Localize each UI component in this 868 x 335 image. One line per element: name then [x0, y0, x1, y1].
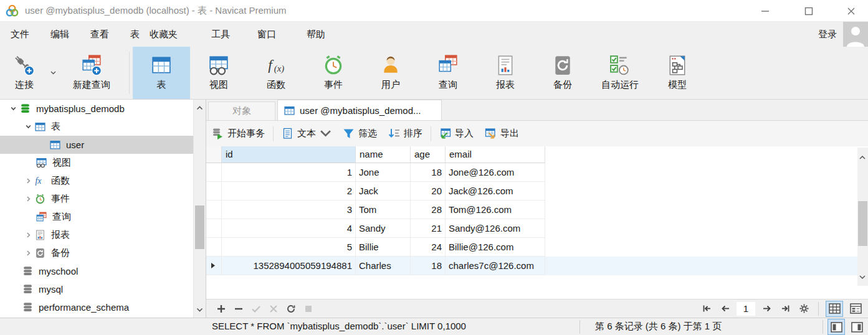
row-selector[interactable] [206, 163, 222, 182]
text-mode-button[interactable]: 文本 [276, 121, 337, 146]
login-button[interactable]: 登录 [812, 22, 843, 47]
tables-button[interactable]: 表 [133, 47, 190, 99]
cell-name[interactable]: Tom [356, 201, 411, 219]
tab-user-table[interactable]: user @mybatisplus_demod... [277, 100, 442, 120]
scroll-down-icon[interactable] [859, 271, 866, 282]
sidebar-scrollbar[interactable] [193, 100, 206, 318]
column-header-name[interactable]: name [356, 146, 411, 163]
sidebar-item-functions[interactable]: fx 函数 [0, 172, 193, 190]
cell-id[interactable]: 2 [222, 182, 356, 201]
cell-id[interactable]: 1352894005059194881 [222, 257, 356, 275]
table-row[interactable]: 5 Billie 24 Billie@126.com [206, 238, 868, 257]
refresh-button[interactable] [282, 301, 300, 316]
filter-button[interactable]: 筛选 [337, 121, 383, 146]
import-button[interactable]: 导入 [434, 121, 479, 146]
cell-name[interactable]: Charles [356, 257, 411, 275]
table-row[interactable]: 2 Jack 20 Jack@126.com [206, 182, 868, 201]
cell-name[interactable]: Sandy [356, 219, 411, 238]
toggle-information-pane-button[interactable] [848, 319, 866, 335]
scrollbar-thumb[interactable] [195, 205, 204, 249]
maximize-button[interactable] [799, 5, 818, 17]
column-header-email[interactable]: email [446, 146, 545, 163]
previous-page-button[interactable] [718, 301, 733, 316]
chevron-right-icon[interactable] [21, 177, 35, 184]
cell-id[interactable]: 4 [222, 219, 356, 238]
cell-age[interactable]: 24 [411, 238, 446, 257]
row-selector[interactable] [206, 219, 222, 238]
menu-table[interactable]: 表 [120, 22, 145, 47]
next-page-button[interactable] [759, 301, 774, 316]
cell-age[interactable]: 18 [411, 163, 446, 182]
sidebar-item-reports[interactable]: 报表 [0, 226, 193, 244]
menu-window[interactable]: 窗口 [247, 22, 287, 47]
sidebar-item-mybatisplus-demodb[interactable]: mybatisplus_demodb [0, 100, 193, 118]
chevron-down-icon[interactable] [6, 105, 20, 112]
menu-tools[interactable]: 工具 [201, 22, 241, 47]
toggle-navigation-pane-button[interactable] [827, 319, 845, 335]
last-page-button[interactable] [778, 301, 793, 316]
menu-view[interactable]: 查看 [80, 22, 120, 47]
cell-age[interactable]: 28 [411, 201, 446, 219]
sidebar-item-user[interactable]: user [0, 136, 193, 154]
row-selector[interactable] [206, 182, 222, 201]
export-button[interactable]: 导出 [479, 121, 525, 146]
row-selector-header[interactable] [206, 146, 222, 163]
cell-id[interactable]: 3 [222, 201, 356, 219]
sidebar-item-queries[interactable]: 查询 [0, 208, 193, 226]
table-row[interactable]: 3 Tom 28 Tom@126.com [206, 201, 868, 219]
discard-changes-button[interactable] [265, 301, 282, 316]
tab-objects[interactable]: 对象 [208, 101, 275, 120]
column-header-id[interactable]: id [222, 146, 356, 163]
apply-changes-button[interactable] [247, 301, 265, 316]
first-page-button[interactable] [699, 301, 714, 316]
chevron-right-icon[interactable] [21, 196, 35, 202]
row-selector[interactable] [206, 257, 222, 275]
page-number-input[interactable]: 1 [737, 302, 755, 316]
row-selector[interactable] [206, 238, 222, 257]
column-header-age[interactable]: age [411, 146, 446, 163]
chevron-down-icon[interactable] [21, 123, 35, 130]
cell-name[interactable]: Jone [356, 163, 411, 182]
grid-view-button[interactable] [826, 301, 843, 317]
sidebar-item-myschool[interactable]: myschool [0, 262, 193, 280]
delete-record-button[interactable] [230, 301, 247, 316]
cell-age[interactable]: 21 [411, 219, 446, 238]
sidebar-item-performance-schema[interactable]: performance_schema [0, 298, 193, 316]
grid-scrollbar[interactable] [857, 148, 868, 286]
queries-button[interactable]: 查询 [419, 47, 477, 99]
cell-id[interactable]: 5 [222, 238, 356, 257]
chevron-right-icon[interactable] [21, 250, 35, 257]
form-view-button[interactable] [847, 301, 864, 317]
close-button[interactable] [842, 5, 861, 17]
backup-button[interactable]: 备份 [534, 47, 591, 99]
cell-email[interactable]: Billie@126.com [446, 238, 545, 257]
sidebar-item-backups[interactable]: 备份 [0, 244, 193, 262]
sidebar-item-tables[interactable]: 表 [0, 118, 193, 136]
scroll-up-icon[interactable] [859, 151, 866, 163]
cell-name[interactable]: Billie [356, 238, 411, 257]
row-selector[interactable] [206, 201, 222, 219]
sidebar-item-views[interactable]: 视图 [0, 154, 193, 172]
cell-email[interactable]: Tom@126.com [446, 201, 545, 219]
chevron-right-icon[interactable] [21, 232, 35, 238]
cell-email[interactable]: charles7c@126.com [446, 257, 545, 275]
views-button[interactable]: 视图 [190, 47, 247, 99]
model-button[interactable]: 模型 [649, 47, 706, 99]
scroll-down-icon[interactable] [196, 304, 204, 315]
scroll-up-icon[interactable] [196, 102, 204, 113]
sort-button[interactable]: 排序 [383, 121, 428, 146]
table-row-selected[interactable]: 1352894005059194881 Charles 18 charles7c… [206, 257, 868, 275]
cell-id[interactable]: 1 [222, 163, 356, 182]
menu-help[interactable]: 帮助 [296, 22, 336, 47]
reports-button[interactable]: 报表 [477, 47, 534, 99]
sidebar-item-mysql[interactable]: mysql [0, 280, 193, 298]
grid-settings-button[interactable] [796, 301, 811, 316]
menu-favorites[interactable]: 收藏夹 [145, 22, 188, 47]
scrollbar-thumb[interactable] [858, 201, 867, 246]
users-button[interactable]: 用户 [362, 47, 419, 99]
begin-transaction-button[interactable]: 开始事务 [206, 121, 270, 146]
menu-file[interactable]: 文件 [0, 22, 40, 47]
sidebar-item-events[interactable]: 事件 [0, 190, 193, 208]
automation-button[interactable]: 自动运行 [591, 47, 649, 99]
stop-button[interactable] [300, 301, 317, 316]
